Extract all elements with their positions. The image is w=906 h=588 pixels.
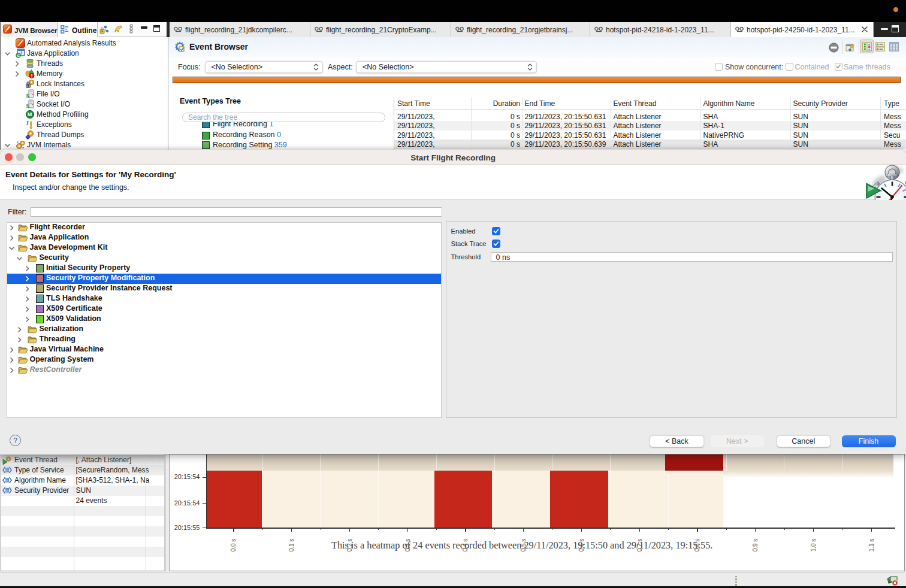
svg-text:C: C — [17, 54, 20, 57]
